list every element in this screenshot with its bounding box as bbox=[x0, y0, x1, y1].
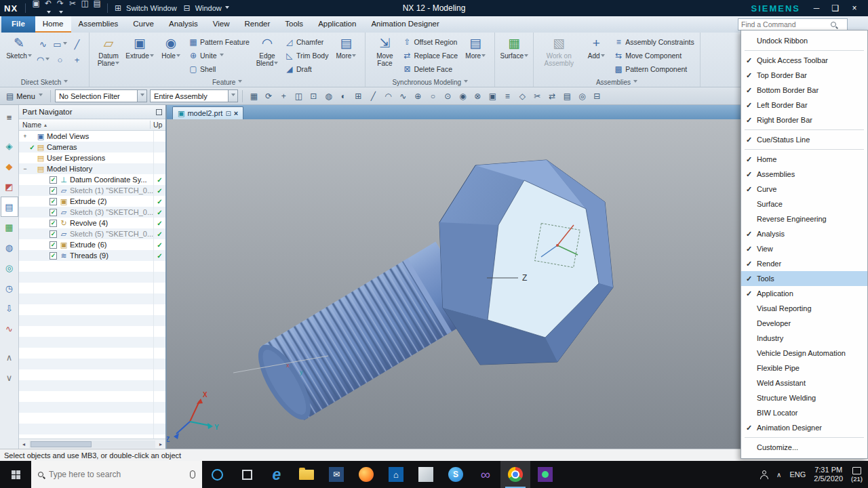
context-menu-item[interactable]: Reverse Engineering bbox=[741, 211, 867, 226]
ribbon-button[interactable]: ⊕Unite bbox=[186, 49, 252, 62]
tree-row[interactable]: −▤Model History bbox=[19, 163, 165, 174]
ribbon-tab[interactable]: Analysis bbox=[161, 16, 205, 33]
ribbon-button[interactable]: ⇆Move Component bbox=[612, 49, 696, 62]
toolbar-icon[interactable]: ∿ bbox=[396, 89, 410, 103]
resource-bar-icon[interactable]: ≡ bbox=[1, 107, 18, 127]
taskbar-app-icon[interactable]: ⌂ bbox=[381, 461, 411, 488]
taskbar-app-icon[interactable] bbox=[500, 461, 530, 488]
clock[interactable]: 7:31 PM 2/5/2020 bbox=[814, 466, 843, 483]
more-button[interactable]: ▤More bbox=[330, 34, 361, 76]
taskbar-app-icon[interactable]: e bbox=[262, 461, 292, 488]
ribbon-button[interactable]: ⊠Delete Face bbox=[400, 62, 460, 76]
resource-bar-icon[interactable]: ∨ bbox=[1, 367, 18, 388]
taskbar-search-input[interactable] bbox=[49, 470, 164, 479]
ribbon-button[interactable]: ◺Trim Body bbox=[283, 49, 330, 62]
context-menu-item[interactable] bbox=[745, 149, 864, 150]
toolbar-icon[interactable]: ◠ bbox=[381, 89, 395, 103]
context-menu-item[interactable]: ✓Right Border Bar bbox=[741, 113, 867, 127]
toolbar-icon[interactable]: ○ bbox=[426, 89, 440, 103]
expand-toggle[interactable]: + bbox=[22, 133, 28, 140]
context-menu-item[interactable]: ✓Animation Designer bbox=[741, 420, 867, 435]
find-command-box[interactable] bbox=[738, 18, 848, 30]
resource-bar-icon[interactable]: ◷ bbox=[1, 278, 18, 298]
expand-toggle[interactable]: − bbox=[22, 165, 28, 172]
tree-row[interactable]: ✓▤Cameras bbox=[19, 142, 165, 152]
ribbon-button[interactable]: ▢Shell bbox=[186, 62, 252, 76]
toolbar-icon[interactable]: ◎ bbox=[575, 89, 589, 103]
quick-access-icon[interactable]: ↷ bbox=[55, 0, 66, 18]
context-menu-item[interactable]: ✓Application bbox=[741, 286, 867, 301]
context-menu-item[interactable]: ✓Curve bbox=[741, 182, 867, 197]
ribbon-button[interactable]: ≡Assembly Constraints bbox=[612, 35, 696, 49]
ribbon-button[interactable]: ◠Edge Blend bbox=[252, 34, 283, 76]
quick-access-icon[interactable]: ◫ bbox=[79, 0, 90, 18]
context-menu-item[interactable]: ✓Quick Access Toolbar bbox=[741, 53, 867, 68]
ribbon-button[interactable]: ◉Hole bbox=[155, 34, 186, 76]
ribbon-group-label[interactable]: Feature bbox=[90, 79, 365, 86]
toolbar-icon[interactable]: + bbox=[277, 89, 291, 103]
context-menu-item[interactable]: ✓Assemblies bbox=[741, 167, 867, 182]
ribbon-button[interactable]: ▧Work on Assembly bbox=[537, 34, 580, 76]
context-menu-item[interactable]: Visual Reporting bbox=[741, 301, 867, 316]
ribbon-group-label[interactable]: Assemblies bbox=[534, 79, 700, 86]
taskbar-app-icon[interactable] bbox=[202, 461, 232, 488]
more-button[interactable]: ▤More bbox=[460, 34, 491, 76]
feature-checkbox[interactable]: ✓ bbox=[50, 252, 57, 260]
feature-checkbox[interactable]: ✓ bbox=[50, 176, 57, 184]
feature-checkbox[interactable]: ✓ bbox=[50, 198, 57, 205]
ribbon-button[interactable]: +Add bbox=[580, 34, 612, 76]
context-menu-item[interactable]: ✓Analysis bbox=[741, 226, 867, 241]
ribbon-tab[interactable]: Home bbox=[35, 16, 71, 33]
switch-window-button[interactable]: ⊞ Switch Window bbox=[113, 3, 177, 13]
toolbar-icon[interactable]: ⊟ bbox=[590, 89, 604, 103]
menu-button[interactable]: ▤ Menu bbox=[3, 90, 46, 102]
scrollbar-track[interactable] bbox=[29, 441, 155, 448]
context-menu-item[interactable]: Flexible Pipe bbox=[741, 361, 867, 375]
taskbar-app-icon[interactable]: ∞ bbox=[471, 461, 500, 488]
ribbon-button[interactable]: ⇧Offset Region bbox=[400, 35, 460, 49]
toolbar-icon[interactable]: ▦ bbox=[247, 89, 261, 103]
taskbar-app-icon[interactable] bbox=[292, 461, 321, 488]
ribbon-tab[interactable]: Render bbox=[237, 16, 278, 33]
undock-panel-button[interactable] bbox=[156, 109, 162, 115]
context-menu-item[interactable]: Weld Assistant bbox=[741, 375, 867, 390]
combo-dropdown-button[interactable] bbox=[228, 90, 237, 102]
ribbon-button[interactable]: ◢Draft bbox=[283, 62, 330, 76]
context-menu-item[interactable]: ✓View bbox=[741, 241, 867, 256]
toolbar-icon[interactable]: ⟳ bbox=[262, 89, 276, 103]
feature-checkbox[interactable]: ✓ bbox=[50, 187, 57, 195]
ribbon-button[interactable]: ▦Pattern Feature bbox=[186, 35, 252, 49]
resource-bar-icon[interactable]: ◩ bbox=[1, 176, 18, 197]
toolbar-icon[interactable]: ◍ bbox=[321, 89, 336, 103]
taskbar-app-icon[interactable]: S bbox=[441, 461, 471, 488]
context-menu-item[interactable]: Surface bbox=[741, 197, 867, 211]
ribbon-group-label[interactable]: Synchronous Modeling bbox=[366, 79, 494, 86]
context-menu-item[interactable]: ✓Render bbox=[741, 256, 867, 271]
surface-button[interactable]: ▦Surface bbox=[498, 34, 530, 76]
scroll-right-button[interactable]: ▸ bbox=[156, 441, 165, 447]
context-menu-item[interactable]: Structure Welding bbox=[741, 390, 867, 405]
tree-row[interactable]: +▣Model Views bbox=[19, 131, 165, 142]
resource-bar-icon[interactable]: ◎ bbox=[1, 258, 18, 278]
sketch-tool-button[interactable]: ▭ bbox=[52, 37, 68, 52]
toolbar-icon[interactable]: ▣ bbox=[486, 89, 500, 103]
status-column-header[interactable]: Up bbox=[150, 121, 162, 129]
tree-row[interactable]: ✓⊥Datum Coordinate Sy...✓ bbox=[19, 174, 165, 185]
tree-row[interactable]: ✓▣Extrude (6)✓ bbox=[19, 239, 165, 250]
ribbon-button[interactable]: ▱Datum Plane bbox=[93, 34, 124, 76]
ribbon-button[interactable]: ▣Extrude bbox=[124, 34, 155, 76]
find-command-input[interactable] bbox=[741, 20, 828, 28]
context-menu-item[interactable]: ✓Tools bbox=[741, 271, 867, 286]
scrollbar-thumb[interactable] bbox=[31, 441, 92, 447]
taskbar-app-icon[interactable]: ✉ bbox=[321, 461, 351, 488]
resource-bar-icon[interactable]: ◆ bbox=[1, 156, 18, 176]
feature-checkbox[interactable]: ✓ bbox=[50, 209, 57, 216]
ribbon-tab[interactable]: Application bbox=[311, 16, 363, 33]
taskbar-app-icon[interactable] bbox=[530, 461, 560, 488]
context-menu-item[interactable]: Vehicle Design Automation bbox=[741, 346, 867, 361]
tree-column-header[interactable]: Name ▴ Up bbox=[19, 119, 165, 131]
close-tab-icon[interactable]: × bbox=[234, 109, 238, 117]
context-menu-item[interactable] bbox=[745, 129, 864, 130]
resource-bar-icon[interactable]: ◍ bbox=[1, 237, 18, 258]
combo-dropdown-button[interactable] bbox=[137, 90, 146, 102]
